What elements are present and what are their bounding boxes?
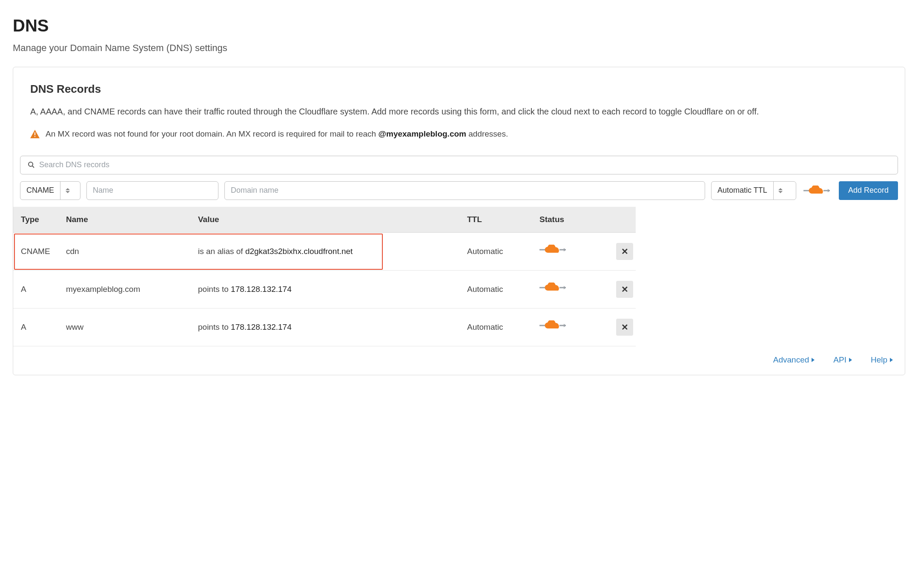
warning-icon bbox=[30, 130, 40, 138]
cloud-proxy-icon[interactable] bbox=[539, 245, 568, 255]
record-type-select[interactable]: CNAME bbox=[20, 181, 80, 200]
cell-name: myexampleblog.com bbox=[60, 271, 192, 308]
record-type-value: CNAME bbox=[20, 185, 60, 196]
help-link[interactable]: Help bbox=[871, 354, 893, 366]
chevron-right-icon bbox=[849, 358, 852, 362]
cell-ttl: Automatic bbox=[461, 308, 534, 346]
col-header-name: Name bbox=[60, 207, 192, 233]
cell-status[interactable] bbox=[534, 271, 610, 308]
chevron-right-icon bbox=[812, 358, 815, 362]
record-ttl-value: Automatic TTL bbox=[711, 185, 773, 196]
col-header-ttl: TTL bbox=[461, 207, 534, 233]
api-link[interactable]: API bbox=[833, 354, 852, 366]
chevron-updown-icon bbox=[60, 182, 75, 200]
close-icon: ✕ bbox=[621, 284, 628, 294]
mx-warning-text-after: addresses. bbox=[466, 129, 508, 138]
table-row[interactable]: CNAME cdn is an alias of d2gkat3s2bixhx.… bbox=[13, 233, 905, 271]
svg-rect-2 bbox=[34, 136, 35, 137]
proxy-toggle[interactable] bbox=[802, 181, 833, 200]
section-title: DNS Records bbox=[30, 81, 888, 97]
search-input[interactable] bbox=[20, 156, 898, 174]
chevron-right-icon bbox=[890, 358, 893, 362]
cloud-proxy-icon[interactable] bbox=[539, 320, 568, 331]
cell-status[interactable] bbox=[534, 308, 610, 346]
close-icon: ✕ bbox=[621, 246, 628, 257]
record-name-input[interactable] bbox=[86, 181, 218, 200]
cell-status[interactable] bbox=[534, 233, 610, 271]
mx-warning-text: An MX record was not found for your root… bbox=[46, 128, 508, 140]
mx-warning-text-before: An MX record was not found for your root… bbox=[46, 129, 378, 138]
cell-ttl: Automatic bbox=[461, 233, 534, 271]
delete-record-button[interactable]: ✕ bbox=[616, 243, 633, 260]
svg-point-3 bbox=[29, 162, 33, 166]
mx-warning-notice: An MX record was not found for your root… bbox=[30, 128, 888, 140]
chevron-updown-icon bbox=[773, 182, 788, 200]
page-title: DNS bbox=[13, 13, 905, 38]
record-value-input[interactable] bbox=[224, 181, 705, 200]
col-header-status: Status bbox=[534, 207, 610, 233]
cell-type: CNAME bbox=[13, 233, 60, 271]
cell-type: A bbox=[13, 308, 60, 346]
advanced-link[interactable]: Advanced bbox=[773, 354, 815, 366]
section-description: A, AAAA, and CNAME records can have thei… bbox=[30, 105, 888, 118]
cell-name: cdn bbox=[60, 233, 192, 271]
cloud-proxy-icon[interactable] bbox=[539, 283, 568, 293]
dns-panel: DNS Records A, AAAA, and CNAME records c… bbox=[13, 67, 905, 375]
svg-rect-1 bbox=[34, 132, 35, 135]
cell-value: points to 178.128.132.174 bbox=[192, 308, 461, 346]
svg-line-4 bbox=[32, 166, 34, 168]
add-record-button[interactable]: Add Record bbox=[839, 181, 898, 200]
cell-name: www bbox=[60, 308, 192, 346]
table-row[interactable]: A myexampleblog.com points to 178.128.13… bbox=[13, 271, 905, 308]
search-icon bbox=[28, 159, 34, 171]
cell-value: is an alias of d2gkat3s2bixhx.cloudfront… bbox=[192, 233, 461, 271]
mx-warning-domain: @myexampleblog.com bbox=[378, 129, 466, 138]
record-ttl-select[interactable]: Automatic TTL bbox=[711, 181, 796, 200]
cell-type: A bbox=[13, 271, 60, 308]
close-icon: ✕ bbox=[621, 322, 628, 332]
delete-record-button[interactable]: ✕ bbox=[616, 319, 633, 336]
col-header-type: Type bbox=[13, 207, 60, 233]
delete-record-button[interactable]: ✕ bbox=[616, 281, 633, 298]
table-row[interactable]: A www points to 178.128.132.174 Automati… bbox=[13, 308, 905, 346]
panel-footer-links: Advanced API Help bbox=[13, 346, 905, 375]
cell-value: points to 178.128.132.174 bbox=[192, 271, 461, 308]
col-header-value: Value bbox=[192, 207, 461, 233]
cell-ttl: Automatic bbox=[461, 271, 534, 308]
page-subtitle: Manage your Domain Name System (DNS) set… bbox=[13, 41, 905, 55]
dns-records-table: Type Name Value TTL Status CNAME cdn is … bbox=[13, 207, 905, 347]
